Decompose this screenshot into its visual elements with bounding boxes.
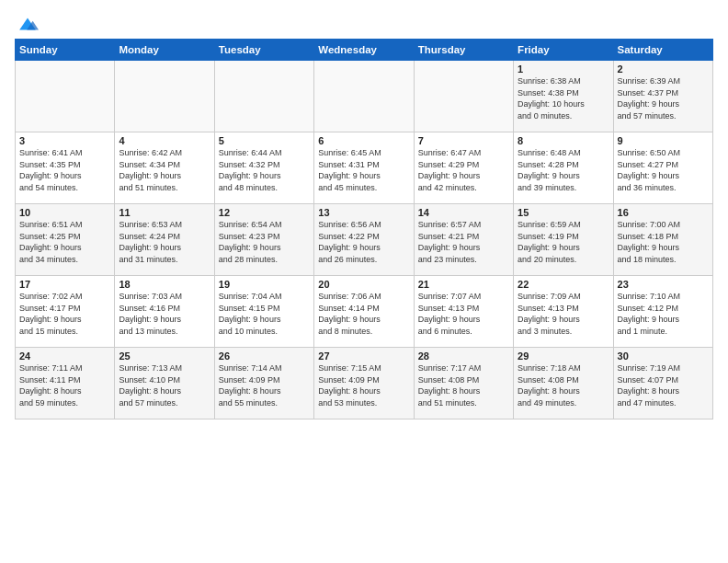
day-cell — [414, 61, 513, 132]
day-info: Sunrise: 7:13 AM Sunset: 4:10 PM Dayligh… — [119, 362, 210, 408]
col-header-monday: Monday — [115, 40, 214, 61]
day-info: Sunrise: 7:17 AM Sunset: 4:08 PM Dayligh… — [418, 362, 509, 408]
day-cell — [16, 61, 115, 132]
day-info: Sunrise: 6:38 AM Sunset: 4:38 PM Dayligh… — [518, 75, 609, 121]
day-cell: 9Sunrise: 6:50 AM Sunset: 4:27 PM Daylig… — [613, 132, 712, 204]
week-row-2: 3Sunrise: 6:41 AM Sunset: 4:35 PM Daylig… — [16, 132, 713, 204]
day-number: 28 — [418, 350, 509, 362]
day-cell: 24Sunrise: 7:11 AM Sunset: 4:11 PM Dayli… — [16, 348, 115, 419]
logo — [15, 15, 39, 33]
day-cell: 3Sunrise: 6:41 AM Sunset: 4:35 PM Daylig… — [16, 132, 115, 204]
day-cell: 27Sunrise: 7:15 AM Sunset: 4:09 PM Dayli… — [314, 348, 414, 419]
day-cell: 17Sunrise: 7:02 AM Sunset: 4:17 PM Dayli… — [16, 276, 115, 348]
col-header-tuesday: Tuesday — [214, 40, 313, 61]
day-info: Sunrise: 7:00 AM Sunset: 4:18 PM Dayligh… — [618, 219, 709, 265]
day-cell: 30Sunrise: 7:19 AM Sunset: 4:07 PM Dayli… — [613, 348, 712, 419]
day-number: 21 — [418, 279, 509, 290]
day-cell: 29Sunrise: 7:18 AM Sunset: 4:08 PM Dayli… — [514, 348, 613, 419]
day-number: 20 — [318, 279, 409, 290]
day-cell — [214, 61, 313, 132]
day-number: 10 — [19, 207, 110, 218]
day-info: Sunrise: 7:04 AM Sunset: 4:15 PM Dayligh… — [219, 291, 310, 337]
day-info: Sunrise: 6:53 AM Sunset: 4:24 PM Dayligh… — [119, 219, 210, 265]
day-info: Sunrise: 6:39 AM Sunset: 4:37 PM Dayligh… — [618, 75, 709, 121]
day-cell: 13Sunrise: 6:56 AM Sunset: 4:22 PM Dayli… — [314, 204, 414, 276]
week-row-3: 10Sunrise: 6:51 AM Sunset: 4:25 PM Dayli… — [16, 204, 713, 276]
day-cell — [115, 61, 214, 132]
col-header-friday: Friday — [514, 40, 613, 61]
day-info: Sunrise: 6:45 AM Sunset: 4:31 PM Dayligh… — [318, 147, 409, 193]
day-number: 18 — [119, 279, 210, 290]
day-info: Sunrise: 6:48 AM Sunset: 4:28 PM Dayligh… — [518, 147, 609, 193]
day-number: 3 — [19, 135, 110, 146]
day-cell: 7Sunrise: 6:47 AM Sunset: 4:29 PM Daylig… — [414, 132, 513, 204]
day-cell: 18Sunrise: 7:03 AM Sunset: 4:16 PM Dayli… — [115, 276, 214, 348]
day-number: 13 — [318, 207, 409, 218]
day-info: Sunrise: 6:57 AM Sunset: 4:21 PM Dayligh… — [418, 219, 509, 265]
day-cell: 14Sunrise: 6:57 AM Sunset: 4:21 PM Dayli… — [414, 204, 513, 276]
day-info: Sunrise: 7:09 AM Sunset: 4:13 PM Dayligh… — [518, 291, 609, 337]
day-cell: 23Sunrise: 7:10 AM Sunset: 4:12 PM Dayli… — [613, 276, 712, 348]
day-info: Sunrise: 7:14 AM Sunset: 4:09 PM Dayligh… — [219, 362, 310, 408]
day-cell: 20Sunrise: 7:06 AM Sunset: 4:14 PM Dayli… — [314, 276, 414, 348]
logo-icon — [17, 15, 39, 33]
day-number: 25 — [119, 350, 210, 362]
day-number: 26 — [219, 350, 310, 362]
day-info: Sunrise: 6:59 AM Sunset: 4:19 PM Dayligh… — [518, 219, 609, 265]
day-number: 23 — [618, 279, 709, 290]
calendar-table: SundayMondayTuesdayWednesdayThursdayFrid… — [15, 39, 713, 419]
day-number: 14 — [418, 207, 509, 218]
col-header-thursday: Thursday — [414, 40, 513, 61]
day-cell: 8Sunrise: 6:48 AM Sunset: 4:28 PM Daylig… — [514, 132, 613, 204]
day-cell: 6Sunrise: 6:45 AM Sunset: 4:31 PM Daylig… — [314, 132, 414, 204]
day-number: 6 — [318, 135, 409, 146]
day-info: Sunrise: 7:03 AM Sunset: 4:16 PM Dayligh… — [119, 291, 210, 337]
page: SundayMondayTuesdayWednesdayThursdayFrid… — [0, 0, 728, 429]
day-number: 5 — [219, 135, 310, 146]
col-header-sunday: Sunday — [16, 40, 115, 61]
day-info: Sunrise: 7:02 AM Sunset: 4:17 PM Dayligh… — [19, 291, 110, 337]
day-info: Sunrise: 6:54 AM Sunset: 4:23 PM Dayligh… — [219, 219, 310, 265]
day-number: 11 — [119, 207, 210, 218]
day-number: 16 — [618, 207, 709, 218]
day-number: 1 — [518, 63, 609, 75]
day-info: Sunrise: 7:07 AM Sunset: 4:13 PM Dayligh… — [418, 291, 509, 337]
week-row-5: 24Sunrise: 7:11 AM Sunset: 4:11 PM Dayli… — [16, 348, 713, 419]
day-info: Sunrise: 7:11 AM Sunset: 4:11 PM Dayligh… — [19, 362, 110, 408]
day-info: Sunrise: 7:10 AM Sunset: 4:12 PM Dayligh… — [618, 291, 709, 337]
day-info: Sunrise: 7:15 AM Sunset: 4:09 PM Dayligh… — [318, 362, 409, 408]
day-info: Sunrise: 7:19 AM Sunset: 4:07 PM Dayligh… — [618, 362, 709, 408]
day-cell: 11Sunrise: 6:53 AM Sunset: 4:24 PM Dayli… — [115, 204, 214, 276]
day-cell: 25Sunrise: 7:13 AM Sunset: 4:10 PM Dayli… — [115, 348, 214, 419]
col-header-wednesday: Wednesday — [314, 40, 414, 61]
day-cell: 12Sunrise: 6:54 AM Sunset: 4:23 PM Dayli… — [214, 204, 313, 276]
day-cell: 16Sunrise: 7:00 AM Sunset: 4:18 PM Dayli… — [613, 204, 712, 276]
day-cell: 10Sunrise: 6:51 AM Sunset: 4:25 PM Dayli… — [16, 204, 115, 276]
day-info: Sunrise: 6:51 AM Sunset: 4:25 PM Dayligh… — [19, 219, 110, 265]
day-cell: 5Sunrise: 6:44 AM Sunset: 4:32 PM Daylig… — [214, 132, 313, 204]
col-header-saturday: Saturday — [613, 40, 712, 61]
day-info: Sunrise: 6:50 AM Sunset: 4:27 PM Dayligh… — [618, 147, 709, 193]
day-number: 17 — [19, 279, 110, 290]
day-cell: 26Sunrise: 7:14 AM Sunset: 4:09 PM Dayli… — [214, 348, 313, 419]
day-info: Sunrise: 6:56 AM Sunset: 4:22 PM Dayligh… — [318, 219, 409, 265]
week-row-1: 1Sunrise: 6:38 AM Sunset: 4:38 PM Daylig… — [16, 61, 713, 132]
day-number: 27 — [318, 350, 409, 362]
day-cell: 15Sunrise: 6:59 AM Sunset: 4:19 PM Dayli… — [514, 204, 613, 276]
day-number: 12 — [219, 207, 310, 218]
day-cell: 1Sunrise: 6:38 AM Sunset: 4:38 PM Daylig… — [514, 61, 613, 132]
day-cell: 4Sunrise: 6:42 AM Sunset: 4:34 PM Daylig… — [115, 132, 214, 204]
day-number: 2 — [618, 63, 709, 75]
day-number: 29 — [518, 350, 609, 362]
day-cell: 19Sunrise: 7:04 AM Sunset: 4:15 PM Dayli… — [214, 276, 313, 348]
day-cell: 21Sunrise: 7:07 AM Sunset: 4:13 PM Dayli… — [414, 276, 513, 348]
day-cell: 2Sunrise: 6:39 AM Sunset: 4:37 PM Daylig… — [613, 61, 712, 132]
day-number: 8 — [518, 135, 609, 146]
day-number: 7 — [418, 135, 509, 146]
day-info: Sunrise: 6:44 AM Sunset: 4:32 PM Dayligh… — [219, 147, 310, 193]
week-row-4: 17Sunrise: 7:02 AM Sunset: 4:17 PM Dayli… — [16, 276, 713, 348]
day-cell: 22Sunrise: 7:09 AM Sunset: 4:13 PM Dayli… — [514, 276, 613, 348]
day-number: 4 — [119, 135, 210, 146]
day-number: 9 — [618, 135, 709, 146]
day-cell: 28Sunrise: 7:17 AM Sunset: 4:08 PM Dayli… — [414, 348, 513, 419]
